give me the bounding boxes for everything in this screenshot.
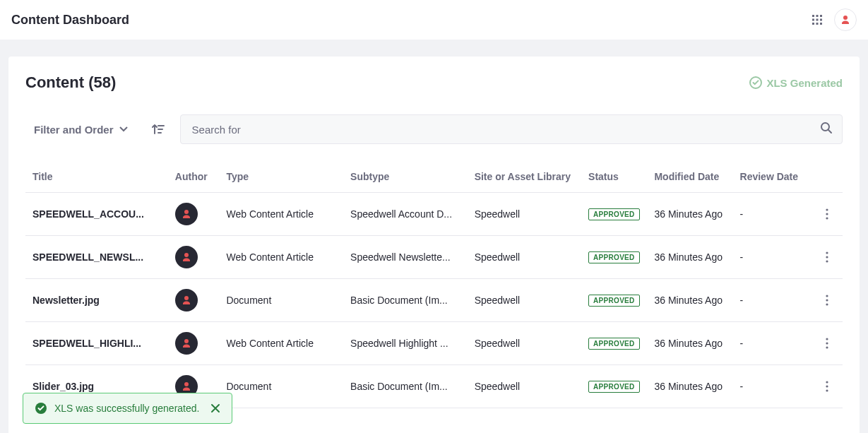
check-circle-icon [749,76,762,89]
svg-rect-0 [812,15,814,17]
svg-rect-2 [820,15,822,17]
toast-message: XLS was successfully generated. [54,403,199,414]
svg-rect-7 [816,23,819,25]
row-type: Document [219,279,343,322]
status-badge: APPROVED [588,338,640,350]
row-actions-button[interactable] [819,249,836,266]
row-site: Speedwell [468,279,581,322]
svg-point-24 [826,338,828,340]
svg-rect-3 [812,19,814,21]
row-review: - [733,236,811,279]
row-modified: 36 Minutes Ago [647,236,732,279]
check-circle-icon [35,402,47,415]
svg-rect-4 [816,19,819,21]
row-site: Speedwell [468,322,581,365]
svg-point-22 [826,299,828,301]
row-review: - [733,193,811,236]
search-wrapper [180,114,843,144]
row-modified: 36 Minutes Ago [647,365,732,408]
svg-point-17 [826,217,828,219]
col-type[interactable]: Type [219,161,343,193]
user-avatar[interactable] [834,8,857,31]
kebab-icon [826,338,828,349]
success-toast: XLS was successfully generated. [23,393,232,424]
col-status[interactable]: Status [581,161,647,193]
row-subtype: Basic Document (Im... [343,365,468,408]
col-title[interactable]: Title [25,161,168,193]
author-avatar [175,246,198,268]
table-row[interactable]: SPEEDWELL_HIGHLI... Web Content Article … [25,322,843,365]
col-site[interactable]: Site or Asset Library [468,161,581,193]
row-review: - [733,279,811,322]
svg-point-15 [826,208,828,210]
row-type: Web Content Article [219,322,343,365]
row-modified: 36 Minutes Ago [647,193,732,236]
row-actions-button[interactable] [819,335,836,352]
author-avatar [175,289,198,312]
row-subtype: Speedwell Newslette... [343,236,468,279]
main-panel: Content (58) XLS Generated Filter and Or… [8,57,860,433]
svg-rect-8 [820,23,822,25]
kebab-icon [826,381,828,392]
svg-point-19 [826,256,828,258]
status-badge: APPROVED [588,208,640,220]
status-badge: APPROVED [588,295,640,307]
row-site: Speedwell [468,236,581,279]
svg-rect-5 [820,19,822,21]
svg-point-29 [826,389,828,391]
toast-close-button[interactable] [210,403,220,413]
panel-header: Content (58) XLS Generated [25,73,843,92]
row-actions-button[interactable] [819,378,836,395]
toolbar: Filter and Order [25,114,843,144]
content-table: Title Author Type Subtype Site or Asset … [25,161,843,408]
svg-point-21 [826,295,828,297]
page-title: Content Dashboard [11,13,129,28]
filter-order-button[interactable]: Filter and Order [25,118,136,141]
author-avatar [175,203,198,225]
row-type: Web Content Article [219,193,343,236]
svg-point-25 [826,342,828,344]
row-subtype: Speedwell Highlight ... [343,322,468,365]
svg-point-23 [826,303,828,305]
row-site: Speedwell [468,365,581,408]
xls-generated-status: XLS Generated [749,76,843,89]
filter-label: Filter and Order [34,124,114,136]
col-author[interactable]: Author [168,161,220,193]
row-title: Newsletter.jpg [32,295,161,306]
svg-point-20 [826,260,828,262]
row-title: SPEEDWELL_HIGHLI... [32,338,161,349]
sort-button[interactable] [148,119,169,139]
row-type: Document [219,365,343,408]
row-title: SPEEDWELL_NEWSL... [32,251,161,263]
svg-point-26 [826,346,828,348]
row-subtype: Basic Document (Im... [343,279,468,322]
row-modified: 36 Minutes Ago [647,279,732,322]
row-actions-button[interactable] [819,292,836,309]
chevron-down-icon [119,126,128,132]
top-header-actions [811,8,857,31]
svg-point-18 [826,251,828,254]
table-row[interactable]: Newsletter.jpg Document Basic Document (… [25,279,843,322]
row-subtype: Speedwell Account D... [343,193,468,236]
search-input[interactable] [180,114,843,144]
row-actions-button[interactable] [819,206,836,223]
svg-rect-6 [812,23,814,25]
row-title: SPEEDWELL_ACCOU... [32,208,161,220]
col-modified[interactable]: Modified Date [647,161,732,193]
kebab-icon [826,295,828,306]
row-title: Slider_03.jpg [32,381,161,392]
table-row[interactable]: SPEEDWELL_ACCOU... Web Content Article S… [25,193,843,236]
col-subtype[interactable]: Subtype [343,161,468,193]
svg-rect-1 [816,15,819,17]
kebab-icon [826,251,828,263]
table-row[interactable]: SPEEDWELL_NEWSL... Web Content Article S… [25,236,843,279]
apps-grid-icon[interactable] [811,14,823,25]
svg-point-27 [826,381,828,383]
top-header: Content Dashboard [0,0,868,40]
row-type: Web Content Article [219,236,343,279]
col-review[interactable]: Review Date [733,161,811,193]
close-icon [210,403,220,413]
svg-point-28 [826,385,828,387]
row-modified: 36 Minutes Ago [647,322,732,365]
xls-status-label: XLS Generated [766,77,843,89]
